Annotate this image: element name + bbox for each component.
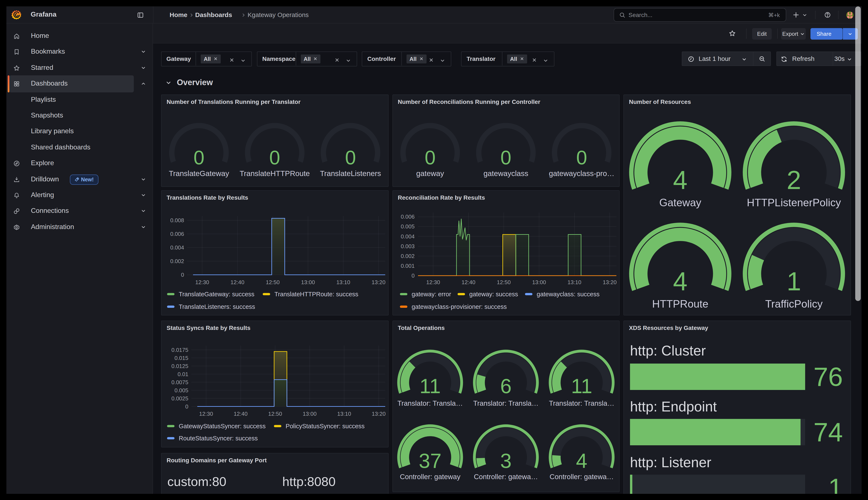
svg-text:HTTPListenerPolicy: HTTPListenerPolicy [747, 197, 841, 208]
svg-text:0.0175: 0.0175 [171, 347, 188, 353]
svg-text:0.004: 0.004 [170, 245, 184, 251]
svg-text:TranslateGateway: TranslateGateway [169, 169, 229, 178]
svg-text:0.0025: 0.0025 [171, 395, 188, 402]
svg-text:0: 0 [412, 272, 415, 279]
svg-text:37: 37 [419, 449, 442, 472]
svg-text:0.015: 0.015 [175, 355, 188, 361]
svg-text:http: Listener: http: Listener [630, 454, 711, 470]
svg-text:0.006: 0.006 [401, 214, 415, 220]
svg-text:0.003: 0.003 [401, 243, 415, 249]
svg-text:0: 0 [500, 147, 511, 168]
svg-text:PolicyStatusSyncer: success: PolicyStatusSyncer: success [286, 423, 365, 430]
svg-text:gatewayclass: gatewayclass [483, 169, 528, 178]
svg-text:TranslateGateway: success: TranslateGateway: success [179, 291, 254, 298]
svg-text:13:10: 13:10 [336, 279, 350, 285]
svg-text:13:00: 13:00 [532, 279, 546, 285]
svg-text:74: 74 [813, 418, 843, 447]
svg-text:RouteStatusSyncer: success: RouteStatusSyncer: success [179, 435, 258, 442]
svg-text:gatewayclass: success: gatewayclass: success [537, 291, 600, 298]
svg-text:0: 0 [576, 147, 587, 168]
svg-text:0: 0 [185, 404, 188, 410]
svg-text:0: 0 [181, 272, 184, 278]
svg-text:TrafficPolicy: TrafficPolicy [765, 298, 823, 310]
svg-text:0.005: 0.005 [175, 387, 188, 394]
svg-text:TranslateListeners: TranslateListeners [320, 169, 381, 178]
svg-text:TranslateListeners: success: TranslateListeners: success [179, 303, 255, 310]
svg-text:12:30: 12:30 [195, 279, 209, 285]
svg-text:1: 1 [787, 267, 801, 296]
svg-text:13:20: 13:20 [372, 411, 386, 417]
svg-text:TranslateHTTPRoute: success: TranslateHTTPRoute: success [275, 291, 358, 298]
svg-text:4: 4 [673, 267, 688, 296]
svg-text:12:50: 12:50 [266, 279, 279, 285]
svg-text:0.005: 0.005 [401, 223, 415, 230]
svg-text:13:20: 13:20 [371, 279, 386, 285]
svg-text:4: 4 [576, 449, 587, 472]
svg-text:12:40: 12:40 [461, 279, 475, 285]
svg-text:11: 11 [420, 375, 441, 397]
svg-text:http: Cluster: http: Cluster [630, 343, 706, 359]
svg-text:6: 6 [500, 375, 512, 397]
svg-text:13:00: 13:00 [303, 411, 316, 417]
svg-text:0.006: 0.006 [170, 231, 184, 237]
svg-text:HTTPRoute: HTTPRoute [652, 298, 709, 310]
svg-text:Translator: Transla…: Translator: Transla… [397, 399, 463, 407]
svg-text:gatewayclass-provisioner: succ: gatewayclass-provisioner: success [412, 303, 507, 310]
svg-text:76: 76 [813, 362, 843, 391]
svg-text:13:00: 13:00 [301, 279, 315, 285]
svg-text:12:30: 12:30 [199, 411, 213, 417]
svg-text:0: 0 [269, 147, 280, 168]
svg-text:Controller: gatewa…: Controller: gatewa… [550, 473, 614, 481]
svg-text:0.008: 0.008 [170, 217, 184, 224]
svg-text:12:40: 12:40 [234, 411, 247, 417]
svg-text:gateway: success: gateway: success [469, 291, 518, 298]
svg-text:custom:80: custom:80 [167, 475, 226, 489]
svg-text:2: 2 [787, 166, 801, 195]
svg-text:12:50: 12:50 [497, 279, 511, 285]
svg-text:gatewayclass-pro…: gatewayclass-pro… [549, 169, 614, 178]
svg-text:Controller: gatewa…: Controller: gatewa… [474, 473, 538, 481]
svg-text:0.001: 0.001 [401, 263, 415, 269]
svg-text:0: 0 [345, 147, 356, 168]
svg-text:0.004: 0.004 [401, 233, 415, 240]
svg-text:4: 4 [673, 166, 688, 195]
svg-text:13:10: 13:10 [337, 411, 351, 417]
svg-text:http:8080: http:8080 [282, 475, 336, 489]
svg-text:http: Endpoint: http: Endpoint [630, 399, 717, 414]
svg-text:0.01: 0.01 [177, 371, 188, 377]
svg-text:13:20: 13:20 [603, 279, 616, 285]
svg-text:0.002: 0.002 [401, 253, 415, 259]
svg-text:12:40: 12:40 [231, 279, 244, 285]
svg-text:13:10: 13:10 [567, 279, 581, 285]
svg-text:3: 3 [500, 449, 512, 472]
svg-text:TranslateHTTPRoute: TranslateHTTPRoute [240, 169, 310, 178]
svg-text:0.0125: 0.0125 [171, 363, 188, 369]
svg-text:0.002: 0.002 [170, 258, 184, 264]
svg-text:0: 0 [425, 147, 435, 168]
svg-text:11: 11 [571, 375, 592, 397]
svg-text:Gateway: Gateway [659, 197, 701, 208]
svg-text:gateway: error: gateway: error [412, 291, 451, 298]
svg-text:12:30: 12:30 [426, 279, 440, 285]
svg-text:GatewayStatusSyncer: success: GatewayStatusSyncer: success [179, 423, 266, 430]
svg-text:Controller: gateway: Controller: gateway [400, 473, 461, 481]
svg-text:12:50: 12:50 [268, 411, 282, 417]
svg-text:Translator: Transla…: Translator: Transla… [473, 399, 538, 407]
svg-text:0.0075: 0.0075 [171, 379, 188, 386]
svg-text:0: 0 [193, 147, 204, 168]
svg-text:Translator: Transla…: Translator: Transla… [549, 399, 614, 407]
svg-text:1: 1 [828, 473, 843, 494]
svg-text:gateway: gateway [416, 169, 444, 178]
